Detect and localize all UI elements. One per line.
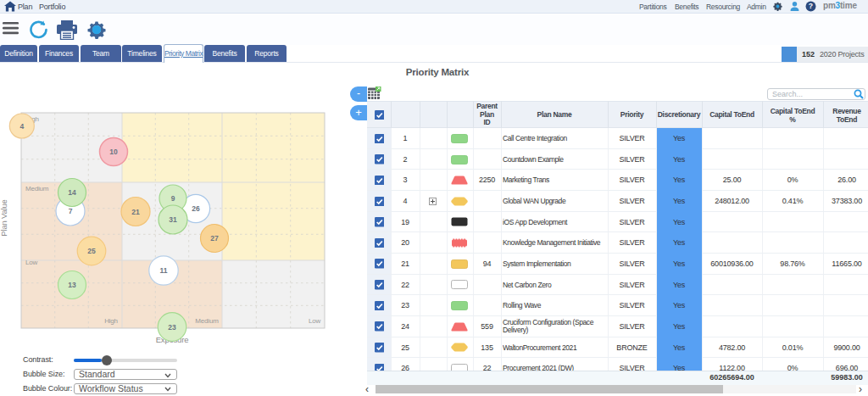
svg-text:7: 7 [69, 207, 73, 215]
svg-text:26: 26 [192, 204, 200, 213]
svg-text:11: 11 [160, 266, 168, 275]
svg-text:31: 31 [169, 215, 177, 224]
svg-text:Plan Value: Plan Value [0, 199, 8, 236]
svg-text:4: 4 [19, 122, 24, 131]
svg-text:?: ? [809, 2, 813, 10]
svg-text:Low: Low [309, 317, 320, 325]
svg-text:25: 25 [87, 247, 96, 255]
svg-text:14: 14 [68, 188, 76, 197]
svg-text:Low: Low [25, 259, 37, 266]
svg-text:23: 23 [168, 323, 176, 332]
svg-text:21: 21 [131, 208, 140, 216]
svg-text:Medium: Medium [25, 185, 49, 192]
svg-text:9: 9 [171, 194, 175, 203]
svg-text:High: High [104, 317, 118, 325]
svg-text:Medium: Medium [195, 317, 219, 325]
svg-text:13: 13 [68, 281, 76, 289]
svg-text:27: 27 [210, 234, 219, 243]
svg-text:10: 10 [109, 148, 118, 156]
